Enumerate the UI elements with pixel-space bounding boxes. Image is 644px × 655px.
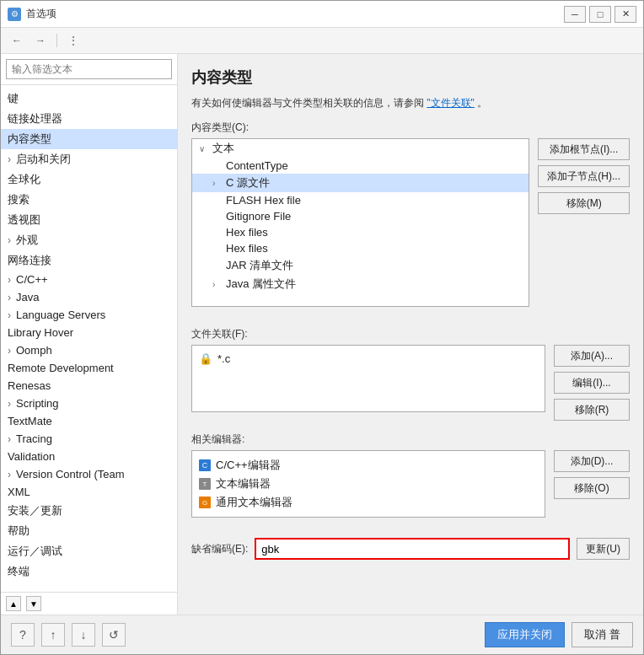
- edit-assoc-button[interactable]: 编辑(I)...: [554, 372, 630, 394]
- sidebar-item-tracing[interactable]: Tracing: [1, 430, 177, 448]
- tree-item-flash-hex[interactable]: FLASH Hex file: [192, 192, 529, 208]
- tree-item-label: JAR 清单文件: [226, 258, 293, 273]
- sidebar-item-remote-dev[interactable]: Remote Development: [1, 359, 177, 377]
- list-item-c[interactable]: 🔒 *.c: [199, 351, 538, 367]
- main-panel: 内容类型 有关如何使编辑器与文件类型相关联的信息，请参阅 "文件关联" 。 内容…: [178, 54, 643, 615]
- sidebar-item-oomph[interactable]: Oomph: [1, 341, 177, 359]
- sidebar-item-label: 启动和关闭: [16, 152, 71, 167]
- close-button[interactable]: ✕: [614, 6, 636, 23]
- encoding-label: 缺省编码(E):: [191, 542, 248, 556]
- sidebar-item-renesas[interactable]: Renesas: [1, 377, 177, 395]
- sidebar-item-help[interactable]: 帮助: [1, 521, 177, 541]
- tree-item-java-props[interactable]: › Java 属性文件: [192, 275, 529, 293]
- add-child-button[interactable]: 添加子节点(H)...: [538, 165, 630, 187]
- sidebar-item-perspective[interactable]: 透视图: [1, 210, 177, 230]
- tree-item-label: Hex files: [226, 242, 268, 255]
- import-button[interactable]: ↑: [41, 623, 65, 647]
- tree-item-hex1[interactable]: Hex files: [192, 224, 529, 240]
- expand-icon: ›: [212, 280, 223, 289]
- minimize-button[interactable]: ─: [564, 6, 586, 23]
- tree-item-contenttype[interactable]: ContentType: [192, 158, 529, 174]
- sidebar-item-label: 全球化: [8, 172, 40, 187]
- file-assoc-link[interactable]: "文件关联": [427, 97, 475, 109]
- sidebar-item-startup[interactable]: 启动和关闭: [1, 149, 177, 169]
- sidebar-item-version-control[interactable]: Version Control (Team: [1, 465, 177, 483]
- restore-button[interactable]: ↺: [102, 623, 126, 647]
- sidebar-item-label: 外观: [16, 233, 38, 248]
- sidebar-item-network[interactable]: 网络连接: [1, 250, 177, 271]
- editors-box-side: C C/C++编辑器 T 文本编辑器 G 通用文本编辑器: [191, 450, 545, 528]
- sidebar-item-install-update[interactable]: 安装／更新: [1, 501, 177, 521]
- sidebar-item-java[interactable]: Java: [1, 288, 177, 306]
- tree-item-text[interactable]: ∨ 文本: [192, 139, 529, 158]
- app-icon: ⚙: [8, 8, 21, 21]
- tree-item-label: Hex files: [226, 226, 268, 239]
- related-editors-label: 相关编辑器:: [191, 432, 630, 447]
- sidebar-item-library-hover[interactable]: Library Hover: [1, 324, 177, 341]
- sidebar-item-label: 运行／调试: [8, 544, 62, 559]
- sidebar-item-terminal[interactable]: 终端: [1, 561, 177, 582]
- add-root-button[interactable]: 添加根节点(I)...: [538, 138, 630, 160]
- sidebar-item-global[interactable]: 全球化: [1, 169, 177, 190]
- tree-item-c-source[interactable]: › C 源文件: [192, 174, 529, 192]
- sidebar-item-label: XML: [8, 486, 30, 498]
- content-type-label: 内容类型(C):: [191, 121, 630, 135]
- cancel-button[interactable]: 取消 普: [572, 622, 633, 647]
- sidebar-item-label: 键: [8, 91, 19, 106]
- header-toolbar: ← → ⋮: [1, 28, 643, 54]
- remove-tree-button[interactable]: 移除(M): [538, 192, 630, 214]
- sidebar-item-appearance[interactable]: 外观: [1, 230, 177, 250]
- sidebar-item-label: Scripting: [16, 397, 59, 410]
- sidebar-item-link-handler[interactable]: 链接处理器: [1, 109, 177, 129]
- sidebar-item-content-type[interactable]: 内容类型: [1, 129, 177, 149]
- add-editor-button[interactable]: 添加(D)...: [554, 450, 630, 472]
- export-button[interactable]: ↓: [72, 623, 95, 647]
- editor-item-generic[interactable]: G 通用文本编辑器: [199, 493, 538, 512]
- assoc-btn-column: 添加(A)... 编辑(I)... 移除(R): [554, 345, 630, 422]
- sidebar-filter-input[interactable]: [6, 59, 172, 79]
- sidebar-item-language-servers[interactable]: Language Servers: [1, 306, 177, 324]
- sidebar-item-scripting[interactable]: Scripting: [1, 395, 177, 412]
- info-text-suffix: 。: [477, 97, 487, 109]
- editor-item-cpp[interactable]: C C/C++编辑器: [199, 456, 538, 475]
- remove-editor-button[interactable]: 移除(O): [554, 477, 630, 499]
- tree-item-gitignore[interactable]: Gitignore File: [192, 208, 529, 224]
- lock-icon: 🔒: [199, 352, 212, 365]
- editors-row: C C/C++编辑器 T 文本编辑器 G 通用文本编辑器: [191, 450, 630, 528]
- sidebar-item-label: Validation: [8, 450, 55, 463]
- sidebar-item-textmate[interactable]: TextMate: [1, 412, 177, 430]
- sidebar-item-search[interactable]: 搜索: [1, 190, 177, 210]
- sidebar-scroll-up[interactable]: ▲: [6, 596, 21, 611]
- menu-button[interactable]: ⋮: [64, 31, 83, 50]
- sidebar-filter-area: [1, 54, 177, 85]
- back-button[interactable]: ←: [8, 31, 26, 50]
- sidebar-list: 键 链接处理器 内容类型 启动和关闭 全球化 搜索 透视图 外观 网络连接 C/…: [1, 85, 177, 592]
- generic-editor-label: 通用文本编辑器: [216, 495, 292, 510]
- help-button[interactable]: ?: [11, 623, 35, 647]
- sidebar-scroll-down[interactable]: ▼: [26, 596, 41, 611]
- sidebar-item-xml[interactable]: XML: [1, 483, 177, 501]
- sidebar-item-label: Renesas: [8, 379, 51, 392]
- sidebar-item-label: C/C++: [16, 273, 48, 286]
- update-button[interactable]: 更新(U): [577, 538, 630, 560]
- expand-icon: ›: [212, 179, 223, 188]
- tree-item-jar[interactable]: JAR 清单文件: [192, 256, 529, 275]
- window-title: 首选项: [26, 7, 564, 21]
- file-pattern-label: *.c: [217, 352, 230, 365]
- remove-assoc-button[interactable]: 移除(R): [554, 399, 630, 421]
- tree-item-hex2[interactable]: Hex files: [192, 240, 529, 256]
- tree-item-label: C 源文件: [226, 175, 270, 191]
- editor-item-text[interactable]: T 文本编辑器: [199, 475, 538, 493]
- add-assoc-button[interactable]: 添加(A)...: [554, 345, 630, 367]
- sidebar-item-key[interactable]: 键: [1, 89, 177, 109]
- encoding-input[interactable]: [255, 538, 570, 560]
- sidebar-item-run-debug[interactable]: 运行／调试: [1, 541, 177, 561]
- tree-item-label: 文本: [212, 141, 234, 156]
- sidebar-item-cpp[interactable]: C/C++: [1, 271, 177, 288]
- apply-close-button[interactable]: 应用并关闭: [485, 622, 565, 647]
- sidebar-item-validation[interactable]: Validation: [1, 448, 177, 465]
- sidebar-item-label: Library Hover: [8, 326, 73, 339]
- maximize-button[interactable]: □: [589, 6, 611, 23]
- content-type-box-side: ∨ 文本 ContentType › C 源文件: [191, 138, 529, 317]
- forward-button[interactable]: →: [31, 31, 50, 50]
